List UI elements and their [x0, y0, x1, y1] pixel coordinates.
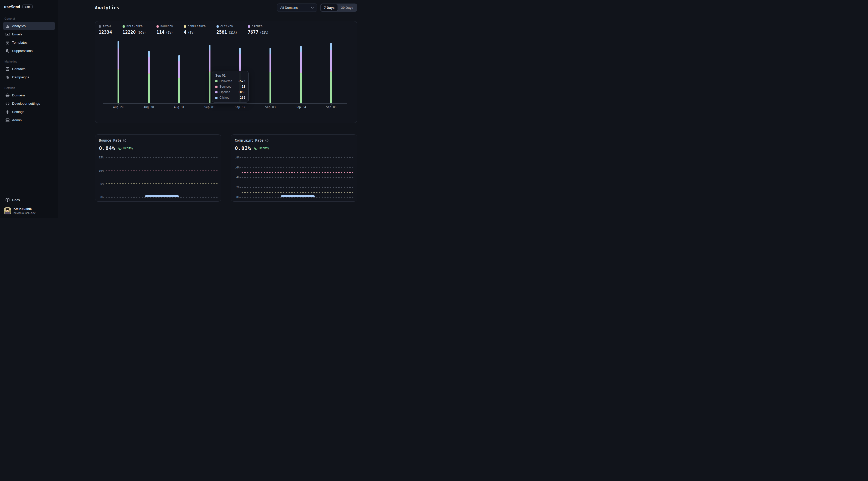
range-option-7-days[interactable]: 7 Days — [321, 4, 338, 11]
y-axis-label: 15% — [95, 156, 104, 159]
user-x-icon — [5, 49, 9, 53]
sidebar-item-label: Contacts — [12, 67, 25, 71]
globe-icon — [5, 93, 9, 97]
axis-tick — [240, 177, 241, 178]
sidebar-item-docs[interactable]: Docs — [3, 196, 55, 204]
sidebar-item-admin[interactable]: Admin — [3, 116, 55, 124]
bar-sep-04[interactable] — [300, 46, 302, 103]
bar-segment-clicked — [270, 48, 271, 54]
threshold-line — [242, 192, 353, 193]
bar-segment-clicked — [118, 41, 119, 49]
bar-segment-delivered — [118, 69, 119, 103]
check-circle-icon — [118, 147, 122, 150]
info-icon[interactable] — [123, 139, 126, 142]
stat-percent: (0%) — [188, 31, 195, 34]
sidebar-item-label: Templates — [12, 41, 28, 44]
stat-total: TOTAL12334 — [99, 25, 112, 35]
server-icon — [5, 118, 9, 122]
rate-line-segment — [281, 195, 315, 197]
bar-segment-clicked — [239, 48, 241, 54]
sidebar-item-campaigns[interactable]: Campaigns — [3, 73, 55, 81]
date-range-toggle: 7 Days30 Days — [320, 3, 357, 12]
gridline--2- — [242, 187, 353, 188]
axis-tick — [240, 157, 241, 158]
nav-section-label-settings: Settings — [4, 86, 54, 89]
y-axis-label: .2% — [231, 186, 240, 189]
bar-segment-clicked — [148, 51, 150, 57]
stat-dot — [156, 25, 159, 28]
stat-clicked: CLICKED2581(21%) — [217, 25, 237, 35]
info-icon[interactable] — [265, 139, 269, 142]
x-axis-label: Sep 02 — [230, 105, 250, 109]
x-axis-label: Aug 31 — [169, 105, 189, 109]
sidebar-item-analytics[interactable]: Analytics — [3, 22, 55, 30]
stat-dot — [217, 25, 219, 28]
y-axis-label: .6% — [231, 166, 240, 169]
bar-sep-03[interactable] — [270, 48, 271, 103]
bar-chart-icon — [5, 24, 9, 28]
docs-label: Docs — [12, 198, 20, 202]
avatar — [4, 207, 11, 214]
sidebar-item-templates[interactable]: Templates — [3, 38, 55, 47]
header-controls: All Domains 7 Days30 Days — [277, 3, 357, 12]
user-row[interactable]: KM Koushik hey@koushik.dev — [3, 207, 55, 215]
bar-segment-opened — [178, 61, 180, 77]
bar-aug-30[interactable] — [148, 51, 150, 103]
sidebar-item-label: Analytics — [12, 24, 26, 28]
gridline--6- — [242, 167, 353, 168]
tooltip-row-delivered: Delivered1573 — [215, 79, 245, 83]
bar-segment-delivered — [300, 73, 302, 103]
tooltip-label: Delivered — [219, 79, 232, 83]
axis-tick — [240, 197, 241, 198]
y-axis-label: .4% — [231, 176, 240, 179]
bar-aug-29[interactable] — [118, 41, 119, 103]
chart-tooltip: Sep 01 Delivered1573Bounced19Opened1055C… — [212, 71, 249, 103]
x-axis-label: Sep 05 — [321, 105, 341, 109]
threshold-line — [242, 172, 353, 173]
bounce-health-label: Healthy — [123, 147, 133, 150]
stat-percent: (99%) — [137, 31, 146, 34]
tooltip-value: 286 — [240, 96, 245, 99]
x-axis-label: Aug 30 — [138, 105, 159, 109]
sidebar-item-suppressions[interactable]: Suppressions — [3, 47, 55, 55]
tooltip-label: Opened — [219, 90, 230, 94]
bar-aug-31[interactable] — [178, 55, 180, 103]
sidebar-item-domains[interactable]: Domains — [3, 91, 55, 99]
y-axis-label: 10% — [95, 169, 104, 172]
complaint-rate-value-row: 0.02% Healthy — [235, 145, 353, 151]
stat-label: BOUNCED — [160, 25, 173, 28]
sidebar-item-developer-settings[interactable]: Developer settings — [3, 99, 55, 108]
sidebar-item-label: Emails — [12, 32, 22, 36]
gridline-5- — [106, 184, 218, 184]
bar-sep-01[interactable] — [209, 45, 211, 103]
domain-filter-select[interactable]: All Domains — [277, 3, 317, 12]
sidebar-item-contacts[interactable]: Contacts — [3, 65, 55, 73]
sidebar-item-settings[interactable]: Settings — [3, 108, 55, 116]
tooltip-label: Bounced — [219, 85, 231, 88]
tooltip-row-clicked: Clicked286 — [215, 96, 245, 99]
stat-label: COMPLAINED — [188, 25, 206, 28]
gridline--4- — [242, 177, 353, 178]
rate-line-segment — [145, 195, 179, 197]
range-option-30-days[interactable]: 30 Days — [338, 4, 356, 11]
x-axis-tick — [301, 104, 301, 105]
app-logo-row: useSend Beta — [3, 3, 55, 10]
x-axis-tick — [331, 104, 332, 105]
megaphone-icon — [5, 75, 9, 79]
sidebar-item-label: Campaigns — [12, 75, 29, 79]
stat-value: 7677 — [248, 30, 258, 35]
bar-segment-delivered — [330, 71, 332, 103]
bounce-health-badge: Healthy — [118, 147, 133, 150]
sidebar-spacer — [3, 124, 55, 196]
stat-value: 4 — [184, 30, 187, 35]
threshold-line — [106, 183, 218, 184]
sidebar-item-emails[interactable]: Emails — [3, 30, 55, 38]
tooltip-color-chip — [215, 86, 217, 88]
x-axis-tick — [118, 104, 119, 105]
bar-sep-05[interactable] — [330, 43, 332, 103]
tooltip-color-chip — [215, 91, 217, 93]
complaint-rate-value: 0.02% — [235, 145, 251, 151]
sidebar-item-label: Developer settings — [12, 102, 40, 105]
layout-icon — [5, 41, 9, 45]
tooltip-label: Clicked — [219, 96, 229, 99]
